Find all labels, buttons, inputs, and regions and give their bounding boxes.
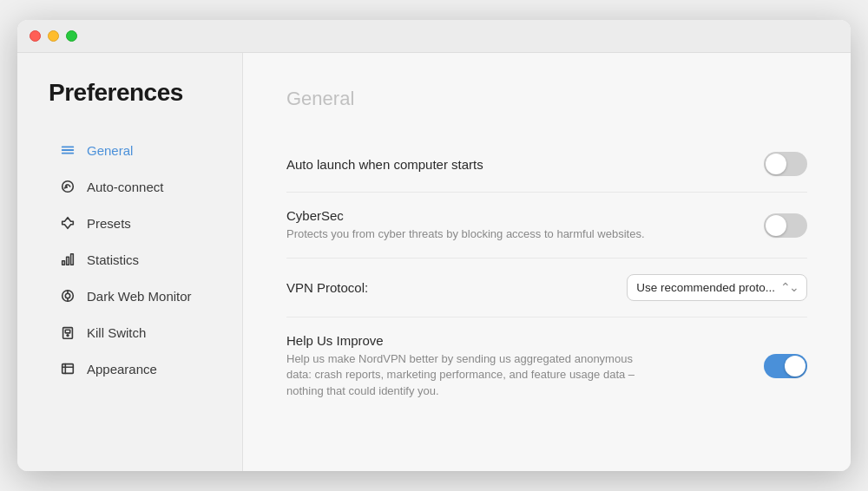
- cybersec-toggle[interactable]: [764, 213, 807, 238]
- help-improve-toggle[interactable]: [764, 354, 807, 378]
- setting-vpn-protocol-left: VPN Protocol:: [286, 280, 627, 295]
- svg-rect-7: [71, 254, 74, 265]
- menu-icon: [59, 141, 76, 159]
- kill-switch-icon: [59, 324, 76, 341]
- minimize-button[interactable]: [48, 30, 59, 42]
- content-area: Preferences General: [17, 53, 851, 471]
- sidebar-nav: General Auto-connect: [49, 133, 225, 386]
- setting-auto-launch-label: Auto launch when computer starts: [286, 157, 764, 172]
- sidebar-item-dark-web-monitor[interactable]: Dark Web Monitor: [49, 278, 225, 313]
- main-content: General Auto launch when computer starts…: [243, 53, 851, 471]
- sidebar-item-presets[interactable]: Presets: [49, 206, 225, 240]
- sidebar-item-presets-label: Presets: [87, 216, 131, 231]
- sidebar-item-dark-web-monitor-label: Dark Web Monitor: [87, 289, 192, 304]
- presets-icon: [59, 214, 76, 232]
- section-title: General: [286, 88, 807, 110]
- setting-cybersec-left: CyberSec Protects you from cyber threats…: [286, 208, 764, 242]
- sidebar-item-appearance-label: Appearance: [87, 362, 157, 376]
- sidebar-item-auto-connect[interactable]: Auto-connect: [49, 169, 225, 204]
- setting-auto-launch-left: Auto launch when computer starts: [286, 157, 764, 172]
- svg-marker-4: [62, 218, 74, 229]
- auto-launch-toggle[interactable]: [764, 152, 807, 176]
- sidebar-item-statistics-label: Statistics: [87, 252, 139, 267]
- sidebar-title: Preferences: [49, 79, 225, 107]
- svg-point-3: [62, 181, 74, 193]
- setting-cybersec: CyberSec Protects you from cyber threats…: [286, 193, 807, 259]
- sidebar: Preferences General: [17, 53, 243, 471]
- vpn-protocol-dropdown[interactable]: Use recommended proto... ⌃⌄: [627, 274, 807, 301]
- setting-cybersec-description: Protects you from cyber threats by block…: [286, 226, 651, 242]
- svg-rect-6: [67, 257, 69, 265]
- svg-rect-5: [62, 261, 65, 265]
- sidebar-item-auto-connect-label: Auto-connect: [87, 180, 163, 194]
- chevron-down-icon: ⌃⌄: [780, 284, 798, 292]
- titlebar: [17, 20, 851, 53]
- maximize-button[interactable]: [66, 30, 77, 42]
- setting-help-improve-description: Help us make NordVPN better by sending u…: [286, 351, 651, 399]
- dark-web-icon: [59, 287, 76, 304]
- setting-cybersec-label: CyberSec: [286, 208, 764, 223]
- close-button[interactable]: [30, 30, 41, 42]
- svg-point-14: [67, 335, 69, 337]
- setting-help-improve-left: Help Us Improve Help us make NordVPN bet…: [286, 333, 764, 399]
- svg-rect-13: [65, 330, 69, 333]
- sidebar-item-statistics[interactable]: Statistics: [49, 242, 225, 277]
- vpn-protocol-value: Use recommended proto...: [636, 281, 775, 294]
- statistics-icon: [59, 251, 76, 268]
- setting-vpn-protocol: VPN Protocol: Use recommended proto... ⌃…: [286, 259, 807, 318]
- sidebar-item-appearance[interactable]: Appearance: [49, 351, 225, 386]
- sidebar-item-kill-switch-label: Kill Switch: [87, 325, 146, 340]
- svg-rect-15: [62, 364, 74, 374]
- sidebar-item-general[interactable]: General: [49, 133, 225, 167]
- sidebar-item-kill-switch[interactable]: Kill Switch: [49, 315, 225, 350]
- setting-auto-launch: Auto launch when computer starts: [286, 136, 807, 193]
- appearance-icon: [59, 360, 76, 377]
- auto-connect-icon: [59, 178, 76, 195]
- setting-help-improve: Help Us Improve Help us make NordVPN bet…: [286, 318, 807, 415]
- setting-vpn-protocol-label: VPN Protocol:: [286, 280, 627, 295]
- sidebar-item-general-label: General: [87, 143, 133, 158]
- app-window: Preferences General: [17, 20, 851, 471]
- setting-help-improve-label: Help Us Improve: [286, 333, 764, 348]
